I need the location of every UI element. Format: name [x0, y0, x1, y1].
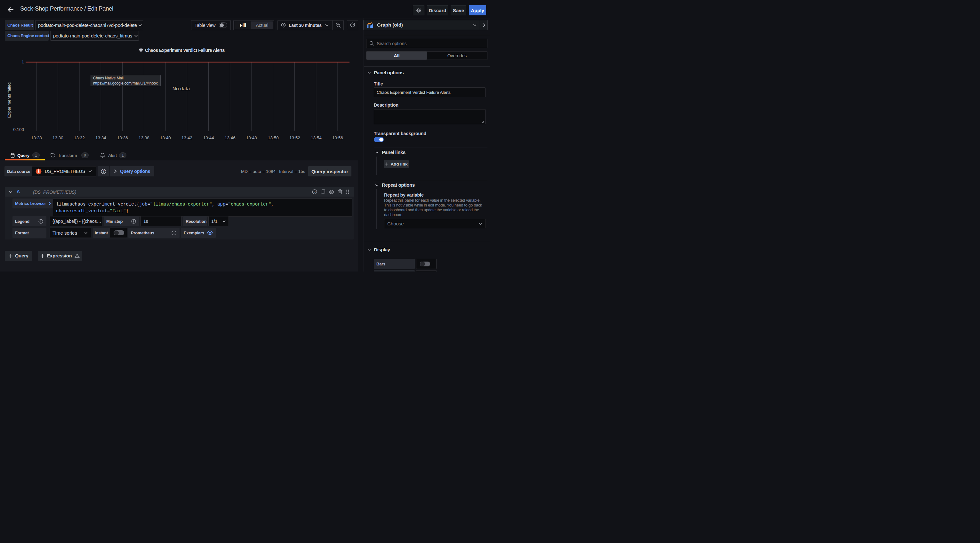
svg-text:?: ? — [103, 170, 105, 173]
svg-text:?: ? — [313, 190, 315, 193]
